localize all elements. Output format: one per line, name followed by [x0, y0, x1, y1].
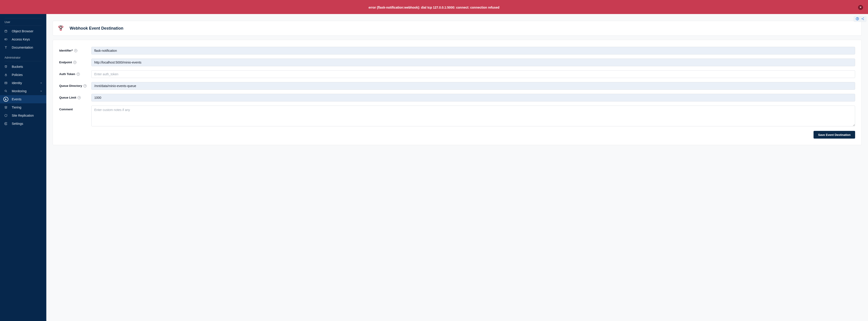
sidebar-section-user: User [0, 20, 46, 26]
row-auth-token: Auth Token ? [59, 70, 855, 78]
chevron-down-icon [40, 81, 42, 85]
sidebar-item-object-browser[interactable]: Object Browser [0, 27, 46, 35]
book-icon [4, 46, 8, 49]
help-icon[interactable]: ? [74, 49, 77, 52]
form-actions: Save Event Destination [59, 131, 855, 138]
sidebar-item-label: Tiering [12, 105, 21, 109]
label-queue-limit: Queue Limit ? [59, 94, 91, 99]
svg-rect-3 [5, 74, 7, 76]
label-text: Queue Directory [59, 84, 82, 88]
svg-point-7 [5, 123, 6, 124]
sidebar-item-policies[interactable]: Policies [0, 71, 46, 79]
row-identifier: Identifier* ? [59, 47, 855, 55]
help-icon[interactable]: ? [78, 96, 81, 99]
lambda-icon [3, 97, 8, 102]
key-icon [4, 37, 8, 41]
help-icon[interactable]: ? [73, 61, 76, 64]
divider [4, 26, 42, 26]
sidebar-item-identity[interactable]: Identity [0, 79, 46, 87]
sidebar-item-tiering[interactable]: Tiering [0, 103, 46, 111]
row-comment: Comment [59, 105, 855, 126]
label-comment: Comment [59, 105, 91, 111]
auth-token-input[interactable] [91, 70, 855, 78]
endpoint-input[interactable] [91, 59, 855, 66]
svg-point-10 [862, 19, 862, 19]
label-text: Queue Limit [59, 96, 76, 99]
replication-icon [4, 114, 8, 117]
gear-icon [4, 122, 8, 125]
row-queue-limit: Queue Limit ? [59, 94, 855, 101]
svg-point-5 [5, 83, 6, 83]
sidebar-item-events[interactable]: Events [0, 95, 46, 103]
sidebar-item-settings[interactable]: Settings [0, 120, 46, 128]
sidebar-item-access-keys[interactable]: Access Keys [0, 35, 46, 43]
search-icon [4, 89, 8, 93]
form-panel: Identifier* ? Endpoint ? Auth Token ? [53, 40, 862, 145]
identifier-input[interactable] [91, 47, 855, 55]
bucket-icon [4, 65, 8, 68]
row-endpoint: Endpoint ? [59, 59, 855, 66]
divider [4, 61, 42, 61]
webhook-icon [55, 23, 66, 33]
queue-limit-input[interactable] [91, 94, 855, 101]
label-endpoint: Endpoint ? [59, 59, 91, 64]
id-icon [4, 81, 8, 85]
close-icon [859, 6, 862, 9]
share-badge-icon[interactable] [861, 17, 865, 21]
sidebar-section-admin: Administrator [0, 55, 46, 61]
svg-point-18 [60, 29, 61, 30]
main-content: Webhook Event Destination Identifier* ? … [46, 14, 868, 321]
box-icon [4, 29, 8, 33]
svg-point-6 [5, 90, 6, 92]
help-icon[interactable]: ? [84, 84, 87, 88]
svg-point-16 [59, 26, 60, 27]
error-message: error (flask-notification:webhook): dial… [369, 6, 500, 9]
sidebar-item-buckets[interactable]: Buckets [0, 63, 46, 71]
svg-rect-0 [5, 30, 7, 32]
sidebar-item-label: Site Replication [12, 114, 34, 117]
sidebar-item-label: Policies [12, 73, 23, 77]
chevron-down-icon [40, 89, 42, 93]
sidebar: User Object Browser Access Keys Document… [0, 14, 46, 321]
row-queue-directory: Queue Directory ? [59, 82, 855, 90]
tiers-icon [4, 105, 8, 109]
sidebar-item-monitoring[interactable]: Monitoring [0, 87, 46, 95]
sidebar-item-label: Documentation [12, 46, 33, 49]
help-icon[interactable]: ? [76, 72, 80, 76]
sidebar-item-documentation[interactable]: Documentation [0, 43, 46, 52]
label-text: Auth Token [59, 72, 75, 76]
svg-point-17 [62, 26, 63, 27]
error-close-button[interactable] [858, 5, 863, 10]
label-text: Comment [59, 107, 73, 111]
error-banner: error (flask-notification:webhook): dial… [0, 0, 868, 14]
save-event-destination-button[interactable]: Save Event Destination [813, 131, 855, 138]
sidebar-item-label: Identity [12, 81, 22, 85]
page-header-panel: Webhook Event Destination [53, 21, 862, 36]
help-badge-icon[interactable] [855, 17, 860, 21]
label-text: Identifier* [59, 49, 73, 52]
svg-point-2 [5, 39, 6, 39]
sidebar-item-label: Settings [12, 122, 23, 125]
queue-directory-input[interactable] [91, 82, 855, 90]
comment-input[interactable] [91, 105, 855, 126]
sidebar-item-site-replication[interactable]: Site Replication [0, 111, 46, 120]
label-identifier: Identifier* ? [59, 47, 91, 52]
sidebar-item-label: Events [12, 97, 22, 101]
sidebar-item-label: Buckets [12, 65, 23, 68]
label-text: Endpoint [59, 61, 72, 64]
label-queue-directory: Queue Directory ? [59, 82, 91, 88]
page-title: Webhook Event Destination [70, 26, 123, 31]
svg-point-12 [863, 20, 864, 20]
lock-icon [4, 73, 8, 77]
top-right-badges [854, 16, 867, 22]
label-auth-token: Auth Token ? [59, 70, 91, 76]
svg-point-11 [863, 18, 864, 18]
sidebar-item-label: Monitoring [12, 89, 26, 93]
sidebar-item-label: Object Browser [12, 29, 33, 33]
sidebar-item-label: Access Keys [12, 37, 30, 41]
